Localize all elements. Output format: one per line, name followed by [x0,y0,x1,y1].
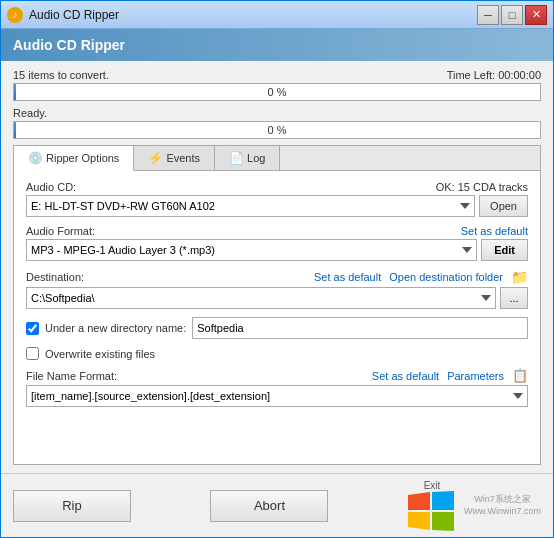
tab-events[interactable]: ⚡ Events [134,146,215,170]
svg-marker-1 [432,491,454,510]
audio-cd-field: Audio CD: OK: 15 CDA tracks E: HL-DT-ST … [26,181,528,217]
new-dir-checkbox[interactable] [26,322,39,335]
watermark: Win7系统之家 Www.Winwin7.com [464,494,541,517]
progress1-percent: 0 % [268,86,287,98]
progress2-bar: 0 % [13,121,541,139]
set-default-format-link[interactable]: Set as default [461,225,528,237]
overwrite-checkbox[interactable] [26,347,39,360]
open-cd-button[interactable]: Open [479,195,528,217]
audio-cd-select[interactable]: E: HL-DT-ST DVD+-RW GT60N A102 [26,195,475,217]
file-format-label: File Name Format: [26,370,117,382]
file-format-field: File Name Format: Set as default Paramet… [26,368,528,407]
bottom-right: Exit Win7系统之家 Www.Winwin7.com [408,480,541,531]
svg-marker-3 [432,512,454,531]
audio-cd-label-row: Audio CD: OK: 15 CDA tracks [26,181,528,193]
folder-icon: 📁 [511,269,528,285]
dest-links: Set as default Open destination folder 📁 [314,269,528,285]
title-controls: ─ □ ✕ [477,5,547,25]
new-dir-label: Under a new directory name: [45,322,186,334]
tab-ripper-options[interactable]: 💿 Ripper Options [14,146,134,171]
bottom-bar: Rip Abort Exit Win7系统之家 Www.Winwin7.com [1,473,553,537]
time-left-label: Time Left: 00:00:00 [447,69,541,81]
windows-logo [408,491,456,531]
progress1-bar: 0 % [13,83,541,101]
new-dir-name-input[interactable] [192,317,528,339]
rip-button[interactable]: Rip [13,490,131,522]
tab-log[interactable]: 📄 Log [215,146,280,170]
ripper-options-icon: 💿 [28,151,42,165]
tab-ripper-label: Ripper Options [46,152,119,164]
main-window: ♪ Audio CD Ripper ─ □ ✕ Audio CD Ripper … [0,0,554,538]
events-icon: ⚡ [148,151,162,165]
tabs-container: 💿 Ripper Options ⚡ Events 📄 Log Audio C [13,145,541,465]
set-default-dest-link[interactable]: Set as default [314,271,381,283]
app-icon: ♪ [7,7,23,23]
parameters-link[interactable]: Parameters [447,370,504,382]
progress2-status: Ready. [13,107,47,119]
header-banner: Audio CD Ripper [1,29,553,61]
progress1-section: 15 items to convert. Time Left: 00:00:00… [13,69,541,101]
watermark-line1: Win7系统之家 [464,494,541,506]
close-button[interactable]: ✕ [525,5,547,25]
log-icon: 📄 [229,151,243,165]
audio-cd-input-row: E: HL-DT-ST DVD+-RW GT60N A102 Open [26,195,528,217]
maximize-button[interactable]: □ [501,5,523,25]
header-title: Audio CD Ripper [13,37,125,53]
progress2-label-row: Ready. [13,107,541,119]
edit-format-button[interactable]: Edit [481,239,528,261]
progress2-fill [14,122,16,138]
audio-format-input-row: MP3 - MPEG-1 Audio Layer 3 (*.mp3) Edit [26,239,528,261]
overwrite-label: Overwrite existing files [45,348,155,360]
svg-marker-0 [408,492,430,510]
minimize-button[interactable]: ─ [477,5,499,25]
overwrite-row: Overwrite existing files [26,347,528,360]
svg-marker-2 [408,512,430,530]
browse-dest-button[interactable]: ... [500,287,528,309]
file-format-input-row: [item_name].[source_extension].[dest_ext… [26,385,528,407]
watermark-line2: Www.Winwin7.com [464,506,541,518]
tab-log-label: Log [247,152,265,164]
content-area: 15 items to convert. Time Left: 00:00:00… [1,61,553,473]
set-default-file-link[interactable]: Set as default [372,370,439,382]
dest-label-row: Destination: Set as default Open destina… [26,269,528,285]
tab-events-label: Events [166,152,200,164]
destination-label: Destination: [26,271,84,283]
new-dir-row: Under a new directory name: [26,317,528,339]
audio-format-field: Audio Format: Set as default MP3 - MPEG-… [26,225,528,261]
progress1-label-row: 15 items to convert. Time Left: 00:00:00 [13,69,541,81]
audio-format-label-row: Audio Format: Set as default [26,225,528,237]
ripper-options-content: Audio CD: OK: 15 CDA tracks E: HL-DT-ST … [14,171,540,464]
window-title: Audio CD Ripper [29,8,119,22]
file-format-label-row: File Name Format: Set as default Paramet… [26,368,528,383]
tab-bar: 💿 Ripper Options ⚡ Events 📄 Log [14,146,540,171]
progress1-label: 15 items to convert. [13,69,109,81]
audio-cd-label: Audio CD: [26,181,76,193]
open-dest-folder-link[interactable]: Open destination folder [389,271,503,283]
ok-tracks-label: OK: 15 CDA tracks [436,181,528,193]
progress2-percent: 0 % [268,124,287,136]
exit-label: Exit [424,480,441,491]
file-format-select[interactable]: [item_name].[source_extension].[dest_ext… [26,385,528,407]
title-bar: ♪ Audio CD Ripper ─ □ ✕ [1,1,553,29]
parameters-icon: 📋 [512,368,528,383]
title-bar-left: ♪ Audio CD Ripper [7,7,119,23]
progress2-section: Ready. 0 % [13,107,541,139]
audio-format-label: Audio Format: [26,225,95,237]
dest-input-row: C:\Softpedia\ ... [26,287,528,309]
destination-field: Destination: Set as default Open destina… [26,269,528,309]
destination-select[interactable]: C:\Softpedia\ [26,287,496,309]
audio-format-select[interactable]: MP3 - MPEG-1 Audio Layer 3 (*.mp3) [26,239,477,261]
progress1-fill [14,84,16,100]
abort-button[interactable]: Abort [210,490,328,522]
